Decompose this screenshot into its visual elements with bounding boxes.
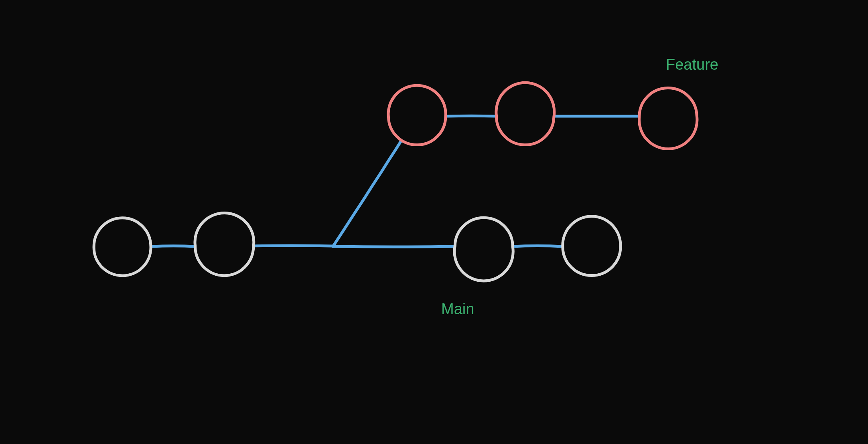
commit-node-main-3 [454, 218, 513, 281]
commit-node-main-1 [94, 218, 151, 276]
commit-node-main-2 [195, 213, 254, 276]
branch-edge [333, 246, 454, 247]
commit-node-feature-3 [639, 88, 697, 149]
diagram-svg [0, 0, 868, 444]
branch-edge [446, 116, 497, 116]
commit-node-feature-2 [496, 83, 554, 145]
branch-edge [254, 246, 333, 246]
feature-branch-label: Feature [666, 56, 718, 73]
main-branch-label: Main [441, 301, 474, 318]
branch-edge [333, 140, 402, 246]
branch-edge [151, 246, 196, 246]
git-branch-diagram: Feature Main [0, 0, 868, 444]
branch-edge [512, 246, 563, 246]
commit-node-feature-1 [388, 85, 446, 145]
commit-node-main-4 [563, 216, 621, 276]
